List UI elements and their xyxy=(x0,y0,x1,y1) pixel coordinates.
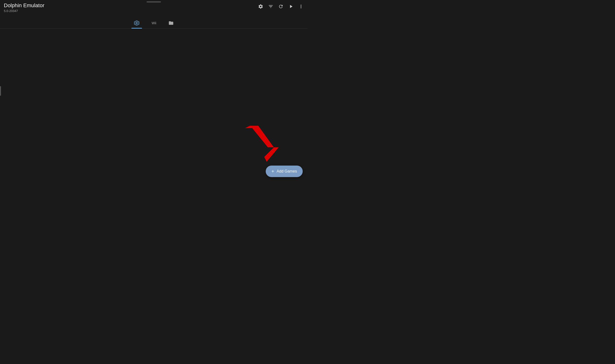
app-title-block: Dolphin Emulator 5.0-20347 xyxy=(4,2,44,13)
tab-wii-label: Wii xyxy=(151,21,156,25)
gamecube-icon xyxy=(134,20,140,26)
scrollbar xyxy=(0,86,1,96)
tab-wii[interactable]: Wii xyxy=(149,19,159,27)
svg-point-3 xyxy=(137,23,137,23)
app-header: Dolphin Emulator 5.0-20347 xyxy=(0,0,307,17)
tabs-bar: Wii xyxy=(0,17,307,28)
drag-handle xyxy=(147,1,161,2)
app-title: Dolphin Emulator xyxy=(4,2,44,9)
header-actions xyxy=(258,4,304,9)
more-options-icon xyxy=(298,4,304,9)
play-button[interactable] xyxy=(288,4,294,9)
add-games-plus-icon: + xyxy=(272,169,274,174)
filter-icon xyxy=(268,4,273,9)
settings-button[interactable] xyxy=(258,4,263,9)
tab-gamecube[interactable] xyxy=(131,18,142,28)
more-options-button[interactable] xyxy=(298,4,304,9)
add-games-label: Add Games xyxy=(277,169,297,173)
refresh-button[interactable] xyxy=(278,4,284,9)
main-content xyxy=(0,28,307,181)
add-games-button[interactable]: + Add Games xyxy=(266,166,303,177)
tab-folder[interactable] xyxy=(166,18,176,28)
settings-icon xyxy=(258,4,263,9)
app-version: 5.0-20347 xyxy=(4,9,44,13)
play-icon xyxy=(288,4,294,9)
folder-icon xyxy=(168,20,174,26)
refresh-icon xyxy=(278,4,284,9)
filter-button[interactable] xyxy=(268,4,273,9)
